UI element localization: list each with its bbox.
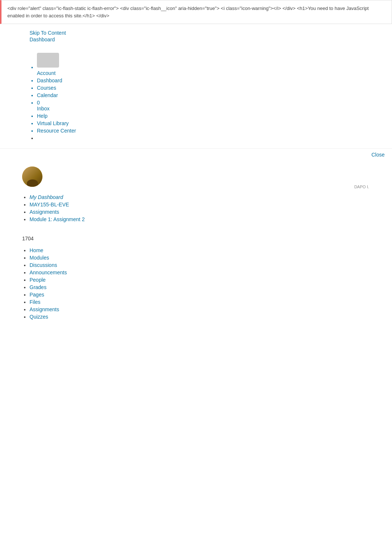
course-nav-item: Modules: [30, 255, 370, 261]
user-assignments-link[interactable]: Assignments: [30, 209, 59, 215]
user-nav-module-item: Module 1: Assignment 2: [30, 216, 370, 222]
course-nav-item: Quizzes: [30, 314, 370, 320]
inbox-badge: 0: [37, 100, 40, 106]
nav-item-help: Help: [37, 113, 370, 119]
course-nav-link-modules[interactable]: Modules: [30, 255, 49, 261]
course-code-link[interactable]: MAY155-BL-EVE: [30, 202, 69, 207]
course-nav-link-quizzes[interactable]: Quizzes: [30, 314, 48, 320]
course-nav-link-home[interactable]: Home: [30, 247, 43, 253]
skip-links-area: Skip To Content Dashboard: [0, 24, 392, 48]
course-nav-item: People: [30, 277, 370, 283]
course-nav-link-discussions[interactable]: Discussions: [30, 262, 57, 268]
account-avatar-placeholder: [37, 53, 59, 68]
nav-link-calendar[interactable]: Calendar: [37, 92, 58, 98]
course-nav-item: Pages: [30, 292, 370, 298]
nav-link-help[interactable]: Help: [37, 113, 48, 119]
nav-item-inbox: 0 Inbox: [37, 100, 370, 111]
nav-link-inbox[interactable]: Inbox: [37, 106, 49, 111]
user-nav: My Dashboard MAY155-BL-EVE Assignments M…: [0, 194, 392, 227]
dashboard-link[interactable]: Dashboard: [30, 37, 362, 42]
nav-item-virtual-library: Virtual Library: [37, 120, 370, 126]
course-nav: HomeModulesDiscussionsAnnouncementsPeopl…: [0, 244, 392, 327]
course-nav-item: Files: [30, 299, 370, 305]
user-nav-course-code: MAY155-BL-EVE: [30, 202, 370, 207]
close-button[interactable]: Close: [371, 152, 385, 158]
user-label-text: DAPO I.: [354, 185, 369, 189]
course-nav-item: Discussions: [30, 262, 370, 268]
module-item-link[interactable]: Module 1: Assignment 2: [30, 216, 85, 222]
nav-link-dashboard[interactable]: Dashboard: [37, 78, 62, 83]
course-id: 1704: [0, 227, 392, 244]
nav-link-courses[interactable]: Courses: [37, 85, 56, 91]
nav-item-courses: Courses: [37, 85, 370, 91]
course-nav-link-pages[interactable]: Pages: [30, 292, 44, 298]
course-nav-link-files[interactable]: Files: [30, 299, 41, 305]
course-nav-link-announcements[interactable]: Announcements: [30, 270, 67, 275]
user-avatar-container: DAPO I.: [22, 167, 370, 190]
nav-item-resource-center: Resource Center: [37, 128, 370, 134]
course-nav-link-people[interactable]: People: [30, 277, 46, 283]
nav-link-resource-center[interactable]: Resource Center: [37, 128, 76, 134]
nav-link-virtual-library[interactable]: Virtual Library: [37, 120, 69, 126]
course-nav-item: Announcements: [30, 270, 370, 275]
global-nav: Account Dashboard Courses Calendar 0 Inb…: [0, 48, 392, 148]
course-nav-link-grades[interactable]: Grades: [30, 284, 47, 290]
user-nav-my-dashboard: My Dashboard: [30, 194, 370, 200]
nav-item-account-avatar: Account: [37, 53, 370, 76]
course-nav-link-assignments[interactable]: Assignments: [30, 306, 59, 312]
my-dashboard-link[interactable]: My Dashboard: [30, 194, 63, 200]
close-area: Close: [0, 148, 392, 161]
flash-alert: <div role="alert" class="ic-flash-static…: [0, 0, 392, 24]
user-section: DAPO I.: [0, 161, 392, 193]
user-nav-assignments: Assignments: [30, 209, 370, 215]
nav-item-calendar: Calendar: [37, 92, 370, 98]
nav-item-dashboard: Dashboard: [37, 78, 370, 83]
course-nav-item: Assignments: [30, 306, 370, 312]
user-avatar-image: [22, 167, 42, 187]
nav-link-account[interactable]: Account: [37, 70, 56, 76]
user-avatar: [22, 167, 42, 187]
skip-to-content-link[interactable]: Skip To Content: [30, 30, 362, 36]
nav-item-empty: [37, 135, 370, 141]
course-nav-item: Home: [30, 247, 370, 253]
course-nav-item: Grades: [30, 284, 370, 290]
